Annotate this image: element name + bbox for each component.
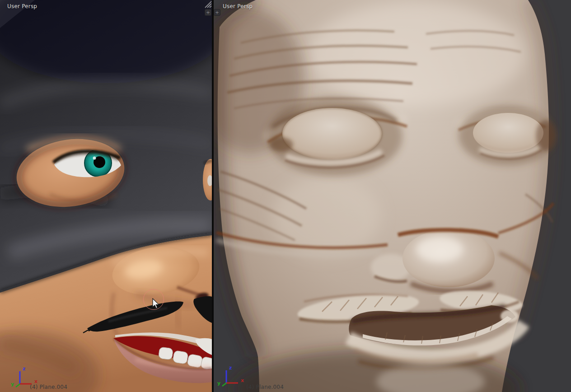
painted-face-canvas[interactable] [0, 0, 212, 392]
blender-split-3d-view: User Persp z x y (4) Plane.004 [0, 0, 571, 392]
viewport-texture-paint[interactable]: User Persp z x y (4) Plane.004 [0, 0, 212, 392]
expand-panel-button-right[interactable]: + [214, 9, 220, 16]
sculpted-face-canvas[interactable] [214, 0, 571, 392]
viewport-sculpt[interactable]: User Persp z x y (4) Plane.004 [214, 0, 571, 392]
area-corner-grip-icon[interactable] [203, 0, 212, 8]
expand-panel-button-left[interactable]: + [205, 9, 211, 16]
